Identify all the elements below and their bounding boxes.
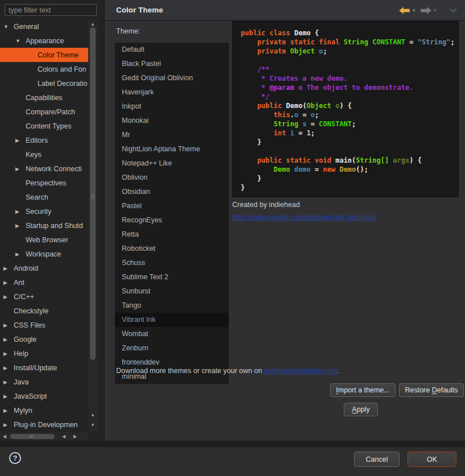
tree-item-android[interactable]: ▶Android [0,261,88,275]
eclipsecolorthemes-link[interactable]: eclipsecolorthemes.org [264,367,338,375]
back-button[interactable]: ▼ [399,7,416,14]
tree-item-label: Plug-in Developmen [14,421,78,429]
collapsed-triangle-icon[interactable]: ▶ [3,394,14,399]
tree-item-general[interactable]: ▼General [0,19,88,34]
theme-list-item-inkpot[interactable]: Inkpot [115,100,229,114]
theme-list-item-zenburn[interactable]: Zenburn [115,341,229,355]
theme-list-item-sunburst[interactable]: Sunburst [115,284,229,299]
collapsed-triangle-icon[interactable]: ▶ [3,351,14,357]
theme-list-item-wombat[interactable]: Wombat [115,327,229,341]
theme-list-item-pastel[interactable]: Pastel [115,199,229,213]
ok-button[interactable]: OK [408,452,456,467]
tree-item-appearance[interactable]: ▼Appearance [0,34,88,48]
tree-item-content-types[interactable]: Content Types [0,119,88,133]
expanded-triangle-icon[interactable]: ▼ [15,38,26,44]
import-theme-button[interactable]: Import a theme... [330,383,396,397]
collapsed-triangle-icon[interactable]: ▶ [3,322,14,328]
theme-list-item-default[interactable]: Default [115,43,229,57]
theme-list-item-obsidian[interactable]: Obsidian [115,185,229,199]
collapsed-triangle-icon[interactable]: ▶ [3,365,14,371]
tree-item-colors-and-fon[interactable]: Colors and Fon [0,62,88,76]
collapsed-triangle-icon[interactable]: ▶ [15,223,26,229]
tree-item-security[interactable]: ▶Security [0,204,88,218]
tree-item-checkstyle[interactable]: Checkstyle [0,304,88,318]
theme-list-item-recogneyes[interactable]: RecognEyes [115,213,229,227]
theme-list-item-roboticket[interactable]: Roboticket [115,242,229,256]
page-header: Color Theme ▼ ▼ [105,0,465,21]
restore-defaults-button[interactable]: Restore Defaults [399,383,464,397]
cancel-button[interactable]: Cancel [354,452,400,467]
tree-item-editors[interactable]: ▶Editors [0,133,88,147]
tree-item-label: JavaScript [14,392,47,400]
collapsed-triangle-icon[interactable]: ▶ [15,209,26,214]
collapsed-triangle-icon[interactable]: ▶ [15,166,26,172]
tree-item-perspectives[interactable]: Perspectives [0,176,88,190]
tree-item-ant[interactable]: ▶Ant [0,275,88,289]
tree-item-java[interactable]: ▶Java [0,375,88,389]
tree-item-css-files[interactable]: ▶CSS Files [0,318,88,332]
tree-item-color-theme[interactable]: Color Theme [0,48,88,62]
tree-item-mylyn[interactable]: ▶Mylyn [0,403,88,417]
theme-list-item-oblivion[interactable]: Oblivion [115,171,229,185]
collapsed-triangle-icon[interactable]: ▶ [3,294,14,300]
theme-list-item-havenjark[interactable]: Havenjark [115,85,229,100]
scroll-right-icon[interactable]: ▶ [71,434,80,439]
collapsed-triangle-icon[interactable]: ▶ [3,379,14,385]
tree-horizontal-scrollbar[interactable]: ◀ ◀ ▶ [0,432,88,441]
tree-item-label-decoratio[interactable]: Label Decoratio [0,76,88,90]
tree-item-javascript[interactable]: ▶JavaScript [0,389,88,403]
apply-button[interactable]: Apply [344,403,378,416]
code-line: String s = CONSTANT; [241,119,458,129]
tree-item-startup-and-shutd[interactable]: ▶Startup and Shutd [0,218,88,233]
collapsed-triangle-icon[interactable]: ▶ [15,251,26,257]
tree-item-google[interactable]: ▶Google [0,332,88,346]
tree-item-compare-patch[interactable]: Compare/Patch [0,105,88,119]
code-preview: public class Demo { private static final… [232,21,459,197]
theme-list-item-notepad-like[interactable]: Notepad++ Like [115,156,229,171]
forward-history-dropdown-icon[interactable]: ▼ [433,8,437,13]
theme-list-item-nightlion-aptana-theme[interactable]: NightLion Aptana Theme [115,142,229,156]
tree-item-web-browser[interactable]: Web Browser [0,233,88,247]
expanded-triangle-icon[interactable]: ▼ [3,24,14,30]
collapsed-triangle-icon[interactable]: ▶ [15,138,26,143]
collapsed-triangle-icon[interactable]: ▶ [3,266,14,271]
tree-item-keys[interactable]: Keys [0,147,88,162]
scroll-up-icon[interactable]: ▲ [88,412,97,417]
back-history-dropdown-icon[interactable]: ▼ [411,8,416,13]
theme-list-item-tango[interactable]: Tango [115,299,229,313]
tree-item-capabilities[interactable]: Capabilities [0,90,88,105]
theme-url-link[interactable]: http://code.google.com/p/vibrant-ink-tex… [232,213,377,221]
help-button[interactable]: ? [9,452,21,464]
theme-list-item-retta[interactable]: Retta [115,227,229,242]
collapse-header-button[interactable] [449,7,458,14]
scroll-up-icon[interactable]: ▲ [88,22,97,27]
tree-vertical-scrollbar[interactable]: ▲ ▲ ▼ [88,19,97,432]
scroll-left-icon[interactable]: ◀ [59,434,68,439]
theme-list-item-monokai[interactable]: Monokai [115,114,229,128]
filter-input[interactable] [5,4,97,16]
theme-section-label: Theme: [116,27,140,35]
theme-list-item-schuss[interactable]: Schuss [115,256,229,270]
collapsed-triangle-icon[interactable]: ▶ [3,280,14,285]
forward-button[interactable]: ▼ [420,7,437,14]
tree-item-help[interactable]: ▶Help [0,346,88,361]
theme-list-item-sublime-text-2[interactable]: Sublime Text 2 [115,270,229,284]
tree-item-network-connecti[interactable]: ▶Network Connecti [0,162,88,176]
theme-list-item-mr[interactable]: Mr [115,128,229,142]
dialog-footer: ? Cancel OK [0,447,465,476]
collapsed-triangle-icon[interactable]: ▶ [3,408,14,413]
tree-item-search[interactable]: Search [0,190,88,204]
tree-item-install-update[interactable]: ▶Install/Update [0,361,88,375]
tree-item-plug-in-developmen[interactable]: ▶Plug-in Developmen [0,417,88,432]
theme-list-item-vibrant-ink[interactable]: Vibrant Ink [115,313,229,327]
tree-item-c-c[interactable]: ▶C/C++ [0,289,88,304]
tree-item-workspace[interactable]: ▶Workspace [0,247,88,261]
collapsed-triangle-icon[interactable]: ▶ [3,422,14,428]
scrollbar-thumb[interactable] [10,434,55,439]
scroll-left-icon[interactable]: ◀ [0,434,9,439]
scrollbar-thumb[interactable] [90,27,96,360]
theme-list-item-gedit-original-oblivion[interactable]: Gedit Original Oblivion [115,71,229,85]
collapsed-triangle-icon[interactable]: ▶ [3,337,14,342]
theme-list-item-black-pastel[interactable]: Black Pastel [115,57,229,71]
scroll-down-icon[interactable]: ▼ [88,423,97,428]
